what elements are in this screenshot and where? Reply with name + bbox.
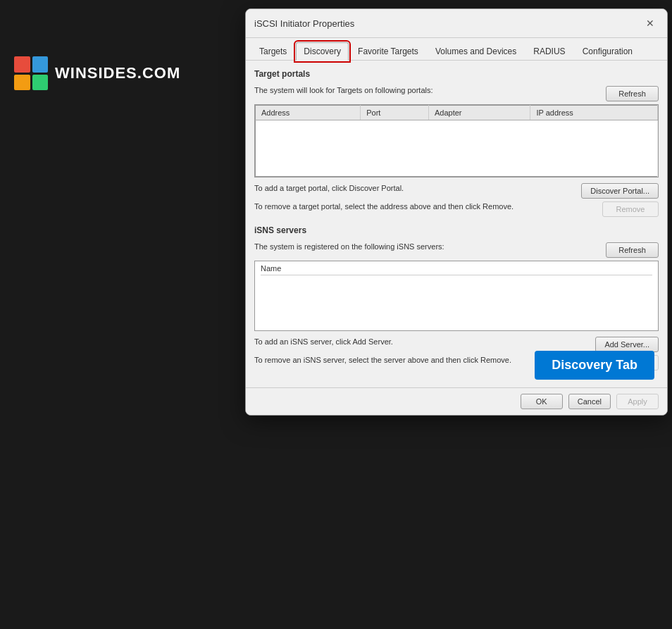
isns-refresh-button[interactable]: Refresh xyxy=(606,242,659,258)
remove-portal-text: To remove a target portal, select the ad… xyxy=(254,201,597,212)
col-ip-address: IP address xyxy=(530,106,658,120)
add-server-text: To add an iSNS server, click Add Server. xyxy=(254,337,590,347)
tab-discovery[interactable]: Discovery xyxy=(296,42,349,61)
discover-portal-text: To add a target portal, click Discover P… xyxy=(254,183,575,194)
isns-servers-section: iSNS servers The system is registered on… xyxy=(254,225,659,370)
add-server-row: To add an iSNS server, click Add Server.… xyxy=(254,337,659,352)
discover-portal-row: To add a target portal, click Discover P… xyxy=(254,183,659,199)
dialog-body: Target portals The system will look for … xyxy=(246,61,667,387)
tab-radius[interactable]: RADIUS xyxy=(525,42,573,60)
isns-desc-row: The system is registered on the followin… xyxy=(254,242,659,258)
tab-favorite-targets[interactable]: Favorite Targets xyxy=(350,42,426,60)
dialog-title: iSCSI Initiator Properties xyxy=(254,18,354,29)
tab-configuration[interactable]: Configuration xyxy=(575,42,640,60)
isns-desc: The system is registered on the followin… xyxy=(254,242,444,251)
target-portals-desc: The system will look for Targets on foll… xyxy=(254,86,433,94)
target-portals-title: Target portals xyxy=(254,69,310,79)
target-portals-refresh-button[interactable]: Refresh xyxy=(606,86,659,101)
ok-button[interactable]: OK xyxy=(521,394,563,409)
discovery-tab-button[interactable]: Discovery Tab xyxy=(535,351,654,380)
tab-volumes-devices[interactable]: Volumes and Devices xyxy=(428,42,524,60)
target-portals-section: Target portals The system will look for … xyxy=(254,69,659,217)
isns-list-box[interactable]: Name xyxy=(254,261,659,331)
target-portals-table: Address Port Adapter IP address xyxy=(255,105,658,177)
title-bar: iSCSI Initiator Properties ✕ xyxy=(246,9,667,38)
remove-portal-row: To remove a target portal, select the ad… xyxy=(254,201,659,217)
add-server-button[interactable]: Add Server... xyxy=(595,337,659,352)
target-portals-table-container: Address Port Adapter IP address xyxy=(254,104,659,178)
tab-targets[interactable]: Targets xyxy=(251,42,294,60)
cancel-button[interactable]: Cancel xyxy=(568,394,611,409)
col-port: Port xyxy=(361,106,429,120)
discover-portal-button[interactable]: Discover Portal... xyxy=(581,183,659,199)
logo-cell-yellow xyxy=(14,75,30,91)
logo-cell-green xyxy=(32,75,49,91)
apply-button[interactable]: Apply xyxy=(616,394,659,409)
logo-cell-blue xyxy=(32,56,49,73)
logo-cell-red xyxy=(14,56,30,73)
col-address: Address xyxy=(256,106,361,120)
logo-text: WINSIDES.COM xyxy=(55,64,180,82)
target-portals-header-row: Target portals xyxy=(254,69,659,83)
target-portals-table-body xyxy=(256,120,658,177)
target-portals-desc-row: The system will look for Targets on foll… xyxy=(254,86,659,101)
isns-header-row: iSNS servers xyxy=(254,225,659,239)
isns-list-header: Name xyxy=(261,264,652,275)
isns-title: iSNS servers xyxy=(254,225,306,235)
tab-bar: Targets Discovery Favorite Targets Volum… xyxy=(246,38,667,61)
dialog-footer: OK Cancel Apply xyxy=(246,387,667,415)
logo-icon xyxy=(14,56,48,90)
logo-area: WINSIDES.COM xyxy=(14,56,180,90)
remove-portal-button[interactable]: Remove xyxy=(602,201,659,217)
close-button[interactable]: ✕ xyxy=(642,15,659,32)
col-adapter: Adapter xyxy=(428,106,530,120)
dialog-window: iSCSI Initiator Properties ✕ Targets Dis… xyxy=(245,8,668,416)
